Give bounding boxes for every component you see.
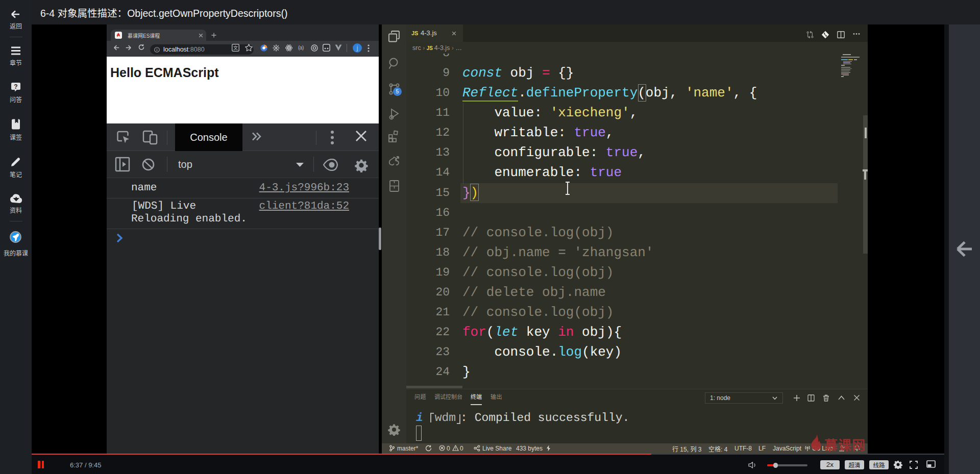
svg-text:?: ? (14, 83, 17, 90)
svg-text:文: 文 (233, 44, 238, 51)
